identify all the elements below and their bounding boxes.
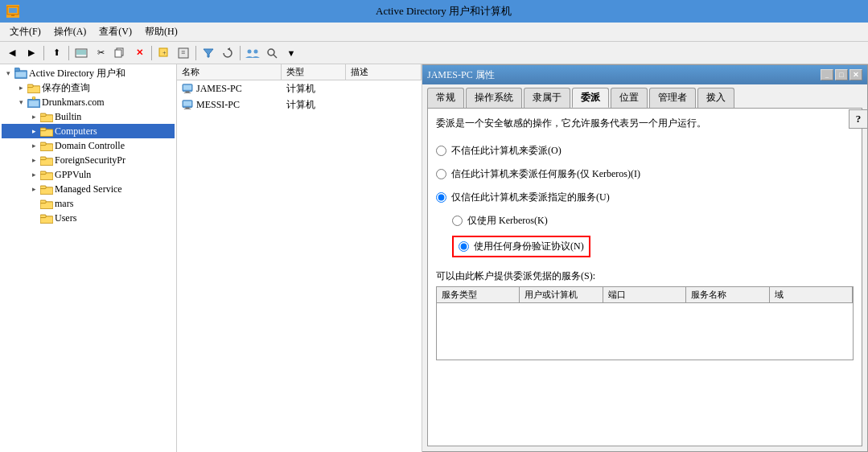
tree-item-builtin[interactable]: ▸ Builtin — [2, 109, 175, 124]
cut-button[interactable]: ✂ — [92, 44, 109, 62]
refresh-button[interactable] — [219, 44, 237, 62]
col-desc[interactable]: 描述 — [346, 64, 422, 80]
domain-label: Drunkmars.com — [42, 97, 105, 109]
radio-trust-specified[interactable] — [436, 192, 446, 203]
show-users-button[interactable] — [72, 44, 90, 62]
tab-os[interactable]: 操作系统 — [466, 88, 522, 108]
tree-item-managed-service[interactable]: ▸ Managed Service — [2, 182, 175, 196]
svg-rect-40 — [40, 215, 46, 218]
filter-button[interactable] — [200, 44, 217, 62]
svg-point-13 — [248, 49, 252, 53]
radio-sub-any-auth[interactable]: 使用任何身份验证协议(N) — [452, 233, 854, 260]
forward-button[interactable]: ▶ — [23, 44, 40, 62]
left-panel: ▾ Active Directory 用户和 ▸ 保存的查询 — [0, 64, 177, 452]
svg-rect-23 — [29, 101, 39, 106]
radio-label-kerberos-only: 仅使用 Kerberos(K) — [467, 214, 548, 228]
menu-view[interactable]: 查看(V) — [93, 23, 138, 40]
tree-item-foreign-security[interactable]: ▸ ForeignSecurityPr — [2, 153, 175, 167]
tree-item-domain[interactable]: ▾ Drunkmars.com — [2, 95, 175, 109]
svg-rect-36 — [40, 186, 46, 189]
services-col-type[interactable]: 服务类型 — [437, 287, 520, 302]
radio-any-auth[interactable] — [459, 241, 469, 252]
radio-trust-any-kerberos[interactable] — [436, 169, 446, 179]
svg-rect-46 — [183, 101, 191, 106]
search-button[interactable] — [263, 44, 281, 62]
fsp-expand: ▸ — [27, 156, 40, 164]
mars-label: mars — [55, 198, 73, 210]
svg-rect-4 — [76, 50, 86, 55]
svg-rect-34 — [40, 171, 46, 175]
radio-sub-kerberos-only[interactable]: 仅使用 Kerberos(K) — [452, 212, 854, 230]
back-button[interactable]: ◀ — [3, 44, 21, 62]
cell-messi-type: 计算机 — [282, 98, 346, 112]
radio-kerberos-only[interactable] — [452, 216, 463, 226]
services-section: 可以由此帐户提供委派凭据的服务(S): 服务类型 用户或计算机 端口 服务名称 … — [436, 269, 854, 360]
radio-option-1[interactable]: 不信任此计算机来委派(O) — [436, 142, 854, 160]
radio-option-3[interactable]: 仅信任此计算机来委派指定的服务(U) — [436, 188, 854, 207]
tab-dial-in[interactable]: 拨入 — [697, 88, 734, 108]
tab-location[interactable]: 位置 — [611, 88, 648, 108]
maximize-button[interactable]: □ — [835, 69, 848, 80]
col-name[interactable]: 名称 — [177, 64, 282, 80]
close-button[interactable]: ✕ — [849, 69, 862, 80]
tree-root[interactable]: ▾ Active Directory 用户和 — [2, 66, 175, 80]
radio-label-any-auth: 使用任何身份验证协议(N) — [474, 240, 584, 253]
tree-view: ▾ Active Directory 用户和 ▸ 保存的查询 — [0, 64, 176, 452]
properties-button[interactable]: ≡ — [175, 44, 192, 62]
new-object-button[interactable]: + — [155, 44, 173, 62]
gppvuln-expand: ▸ — [27, 171, 40, 179]
users-icon[interactable] — [244, 44, 261, 62]
root-label: Active Directory 用户和 — [29, 67, 125, 80]
dialog-title-bar: JAMES-PC 属性 _ □ ✕ — [422, 65, 867, 84]
tree-item-mars[interactable]: mars — [2, 196, 175, 211]
minimize-button[interactable]: _ — [821, 69, 833, 80]
gppvuln-label: GPPVuln — [55, 169, 91, 181]
dc-folder-icon — [40, 141, 53, 151]
svg-rect-21 — [27, 84, 33, 88]
svg-marker-11 — [204, 49, 213, 57]
svg-point-14 — [254, 49, 258, 53]
tabs-bar: 常规 操作系统 隶属于 委派 位置 管理者 拨入 — [422, 84, 867, 108]
mars-folder-icon — [40, 199, 53, 209]
tab-manager[interactable]: 管理者 — [649, 88, 696, 108]
tree-item-users[interactable]: Users — [2, 211, 175, 225]
tab-member-of[interactable]: 隶属于 — [524, 88, 570, 108]
services-col-user[interactable]: 用户或计算机 — [520, 287, 603, 302]
list-row[interactable]: MESSI-PC 计算机 — [177, 97, 422, 113]
svg-rect-2 — [11, 14, 14, 16]
svg-text:+: + — [162, 49, 167, 56]
tree-item-saved-queries[interactable]: ▸ 保存的查询 — [2, 80, 175, 95]
menu-action[interactable]: 操作(A) — [47, 23, 93, 40]
tree-item-domain-controllers[interactable]: ▸ Domain Controlle — [2, 138, 175, 153]
col-type[interactable]: 类型 — [282, 64, 346, 80]
services-col-name[interactable]: 服务名称 — [686, 287, 769, 302]
radio-not-trust[interactable] — [436, 146, 446, 156]
up-button[interactable]: ⬆ — [47, 44, 65, 62]
toolbar-separator-2 — [68, 46, 69, 60]
menu-file[interactable]: 文件(F) — [3, 23, 47, 40]
saved-queries-label: 保存的查询 — [42, 81, 90, 95]
builtin-folder-icon — [40, 112, 53, 122]
tree-item-computers[interactable]: ▸ Computers — [2, 124, 175, 138]
toolbar-separator-5 — [240, 46, 241, 60]
computers-label: Computers — [55, 125, 97, 138]
tree-item-gppvuln[interactable]: ▸ GPPVuln — [2, 167, 175, 182]
services-col-domain[interactable]: 域 — [770, 287, 853, 302]
computers-folder-icon — [40, 126, 53, 137]
radio-option-2[interactable]: 信任此计算机来委派任何服务(仅 Kerberos)(I) — [436, 165, 854, 183]
copy-button[interactable] — [111, 44, 129, 62]
svg-point-24 — [32, 97, 35, 100]
svg-rect-30 — [40, 142, 46, 146]
menu-help[interactable]: 帮助(H) — [138, 23, 184, 40]
svg-rect-19 — [14, 68, 19, 72]
tab-delegation[interactable]: 委派 — [572, 88, 609, 108]
help-button[interactable]: ? — [849, 109, 868, 129]
delegation-tab-content: 委派是一个安全敏感的操作，它允许服务代表另一个用户运行。 不信任此计算机来委派(… — [427, 108, 862, 446]
services-col-port[interactable]: 端口 — [603, 287, 686, 302]
toolbar-separator-1 — [43, 46, 44, 60]
tab-general[interactable]: 常规 — [427, 88, 464, 108]
delete-button[interactable]: ✕ — [130, 44, 148, 62]
list-row[interactable]: JAMES-PC 计算机 — [177, 80, 422, 97]
dropdown-button[interactable]: ▼ — [282, 44, 300, 62]
folder-icon — [27, 83, 40, 93]
